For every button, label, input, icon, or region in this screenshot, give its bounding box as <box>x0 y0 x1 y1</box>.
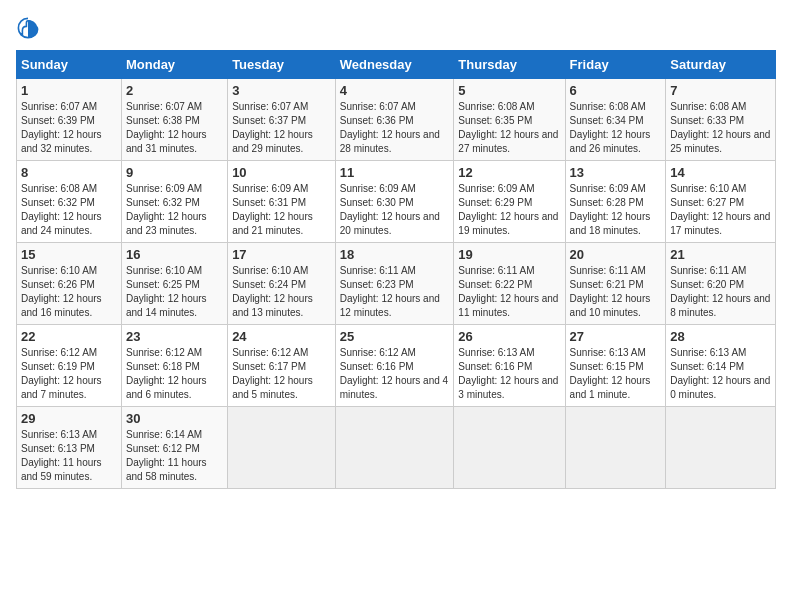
calendar-cell: 27 Sunrise: 6:13 AM Sunset: 6:15 PM Dayl… <box>565 325 666 407</box>
day-number: 19 <box>458 247 560 262</box>
calendar-week-3: 15 Sunrise: 6:10 AM Sunset: 6:26 PM Dayl… <box>17 243 776 325</box>
sunrise: Sunrise: 6:09 AM <box>570 183 646 194</box>
day-info: Sunrise: 6:11 AM Sunset: 6:20 PM Dayligh… <box>670 264 771 320</box>
sunrise: Sunrise: 6:13 AM <box>570 347 646 358</box>
calendar-cell <box>666 407 776 489</box>
day-info: Sunrise: 6:11 AM Sunset: 6:23 PM Dayligh… <box>340 264 450 320</box>
day-info: Sunrise: 6:12 AM Sunset: 6:18 PM Dayligh… <box>126 346 223 402</box>
day-info: Sunrise: 6:07 AM Sunset: 6:38 PM Dayligh… <box>126 100 223 156</box>
sunrise: Sunrise: 6:11 AM <box>340 265 416 276</box>
sunset: Sunset: 6:19 PM <box>21 361 95 372</box>
sunrise: Sunrise: 6:08 AM <box>570 101 646 112</box>
day-info: Sunrise: 6:11 AM Sunset: 6:22 PM Dayligh… <box>458 264 560 320</box>
day-number: 11 <box>340 165 450 180</box>
calendar-cell: 30 Sunrise: 6:14 AM Sunset: 6:12 PM Dayl… <box>121 407 227 489</box>
day-info: Sunrise: 6:13 AM Sunset: 6:15 PM Dayligh… <box>570 346 662 402</box>
calendar-cell: 4 Sunrise: 6:07 AM Sunset: 6:36 PM Dayli… <box>335 79 454 161</box>
calendar-cell <box>228 407 336 489</box>
sunrise: Sunrise: 6:09 AM <box>458 183 534 194</box>
sunrise: Sunrise: 6:12 AM <box>232 347 308 358</box>
page-header <box>16 16 776 40</box>
calendar-cell: 22 Sunrise: 6:12 AM Sunset: 6:19 PM Dayl… <box>17 325 122 407</box>
sunrise: Sunrise: 6:08 AM <box>670 101 746 112</box>
sunrise: Sunrise: 6:11 AM <box>458 265 534 276</box>
day-number: 14 <box>670 165 771 180</box>
day-info: Sunrise: 6:09 AM Sunset: 6:28 PM Dayligh… <box>570 182 662 238</box>
day-info: Sunrise: 6:08 AM Sunset: 6:35 PM Dayligh… <box>458 100 560 156</box>
calendar-week-4: 22 Sunrise: 6:12 AM Sunset: 6:19 PM Dayl… <box>17 325 776 407</box>
sunrise: Sunrise: 6:07 AM <box>126 101 202 112</box>
daylight: Daylight: 12 hours and 25 minutes. <box>670 129 770 154</box>
daylight: Daylight: 12 hours and 1 minute. <box>570 375 651 400</box>
sunset: Sunset: 6:35 PM <box>458 115 532 126</box>
sunrise: Sunrise: 6:11 AM <box>570 265 646 276</box>
sunrise: Sunrise: 6:14 AM <box>126 429 202 440</box>
sunrise: Sunrise: 6:09 AM <box>126 183 202 194</box>
sunrise: Sunrise: 6:12 AM <box>340 347 416 358</box>
day-number: 15 <box>21 247 117 262</box>
calendar-cell: 1 Sunrise: 6:07 AM Sunset: 6:39 PM Dayli… <box>17 79 122 161</box>
sunset: Sunset: 6:34 PM <box>570 115 644 126</box>
day-number: 13 <box>570 165 662 180</box>
sunset: Sunset: 6:21 PM <box>570 279 644 290</box>
daylight: Daylight: 12 hours and 28 minutes. <box>340 129 440 154</box>
day-number: 8 <box>21 165 117 180</box>
calendar-cell: 2 Sunrise: 6:07 AM Sunset: 6:38 PM Dayli… <box>121 79 227 161</box>
calendar-cell: 10 Sunrise: 6:09 AM Sunset: 6:31 PM Dayl… <box>228 161 336 243</box>
sunrise: Sunrise: 6:08 AM <box>458 101 534 112</box>
sunrise: Sunrise: 6:09 AM <box>340 183 416 194</box>
daylight: Daylight: 12 hours and 20 minutes. <box>340 211 440 236</box>
daylight: Daylight: 12 hours and 14 minutes. <box>126 293 207 318</box>
sunrise: Sunrise: 6:07 AM <box>232 101 308 112</box>
calendar-cell <box>335 407 454 489</box>
sunrise: Sunrise: 6:08 AM <box>21 183 97 194</box>
day-number: 3 <box>232 83 331 98</box>
calendar-cell: 29 Sunrise: 6:13 AM Sunset: 6:13 PM Dayl… <box>17 407 122 489</box>
day-info: Sunrise: 6:07 AM Sunset: 6:39 PM Dayligh… <box>21 100 117 156</box>
daylight: Daylight: 12 hours and 19 minutes. <box>458 211 558 236</box>
day-info: Sunrise: 6:07 AM Sunset: 6:36 PM Dayligh… <box>340 100 450 156</box>
calendar-cell: 21 Sunrise: 6:11 AM Sunset: 6:20 PM Dayl… <box>666 243 776 325</box>
sunset: Sunset: 6:32 PM <box>21 197 95 208</box>
logo <box>16 16 44 40</box>
day-number: 5 <box>458 83 560 98</box>
day-info: Sunrise: 6:13 AM Sunset: 6:14 PM Dayligh… <box>670 346 771 402</box>
calendar-cell: 24 Sunrise: 6:12 AM Sunset: 6:17 PM Dayl… <box>228 325 336 407</box>
calendar-cell: 6 Sunrise: 6:08 AM Sunset: 6:34 PM Dayli… <box>565 79 666 161</box>
day-info: Sunrise: 6:07 AM Sunset: 6:37 PM Dayligh… <box>232 100 331 156</box>
day-number: 16 <box>126 247 223 262</box>
header-wednesday: Wednesday <box>335 51 454 79</box>
calendar-header-row: SundayMondayTuesdayWednesdayThursdayFrid… <box>17 51 776 79</box>
calendar-table: SundayMondayTuesdayWednesdayThursdayFrid… <box>16 50 776 489</box>
daylight: Daylight: 12 hours and 4 minutes. <box>340 375 448 400</box>
calendar-cell: 15 Sunrise: 6:10 AM Sunset: 6:26 PM Dayl… <box>17 243 122 325</box>
daylight: Daylight: 12 hours and 29 minutes. <box>232 129 313 154</box>
day-info: Sunrise: 6:09 AM Sunset: 6:30 PM Dayligh… <box>340 182 450 238</box>
day-info: Sunrise: 6:09 AM Sunset: 6:31 PM Dayligh… <box>232 182 331 238</box>
calendar-cell: 16 Sunrise: 6:10 AM Sunset: 6:25 PM Dayl… <box>121 243 227 325</box>
daylight: Daylight: 12 hours and 24 minutes. <box>21 211 102 236</box>
daylight: Daylight: 12 hours and 32 minutes. <box>21 129 102 154</box>
sunset: Sunset: 6:24 PM <box>232 279 306 290</box>
day-number: 28 <box>670 329 771 344</box>
sunset: Sunset: 6:32 PM <box>126 197 200 208</box>
sunset: Sunset: 6:29 PM <box>458 197 532 208</box>
day-info: Sunrise: 6:11 AM Sunset: 6:21 PM Dayligh… <box>570 264 662 320</box>
sunset: Sunset: 6:36 PM <box>340 115 414 126</box>
calendar-week-5: 29 Sunrise: 6:13 AM Sunset: 6:13 PM Dayl… <box>17 407 776 489</box>
calendar-cell: 19 Sunrise: 6:11 AM Sunset: 6:22 PM Dayl… <box>454 243 565 325</box>
day-number: 6 <box>570 83 662 98</box>
calendar-cell: 5 Sunrise: 6:08 AM Sunset: 6:35 PM Dayli… <box>454 79 565 161</box>
daylight: Daylight: 11 hours and 59 minutes. <box>21 457 102 482</box>
daylight: Daylight: 12 hours and 0 minutes. <box>670 375 770 400</box>
sunrise: Sunrise: 6:09 AM <box>232 183 308 194</box>
daylight: Daylight: 12 hours and 13 minutes. <box>232 293 313 318</box>
header-monday: Monday <box>121 51 227 79</box>
day-info: Sunrise: 6:08 AM Sunset: 6:34 PM Dayligh… <box>570 100 662 156</box>
day-number: 2 <box>126 83 223 98</box>
sunset: Sunset: 6:27 PM <box>670 197 744 208</box>
calendar-week-1: 1 Sunrise: 6:07 AM Sunset: 6:39 PM Dayli… <box>17 79 776 161</box>
daylight: Daylight: 12 hours and 7 minutes. <box>21 375 102 400</box>
calendar-cell <box>565 407 666 489</box>
sunrise: Sunrise: 6:10 AM <box>126 265 202 276</box>
